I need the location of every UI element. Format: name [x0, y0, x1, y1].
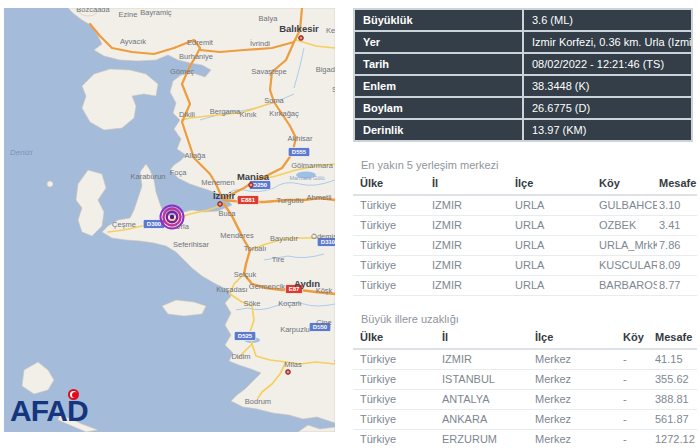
map-label: Seferihisar [173, 240, 209, 249]
detail-value: 13.97 (KM) [523, 119, 692, 141]
detail-value: 26.6775 (D) [523, 97, 692, 119]
map-label: Menemen [201, 178, 234, 187]
column-header: Mesafe [653, 327, 697, 349]
map-label: Balıkesir [279, 23, 319, 34]
map-label: Urla [175, 222, 190, 231]
city-marker-icon [218, 202, 223, 207]
map-label: Bozcaada [76, 8, 110, 14]
map-label: Marmara Gölü [289, 175, 324, 181]
map-label: Balya [259, 14, 279, 23]
map-label: Gölmarmara [291, 161, 334, 170]
city-marker-icon [286, 370, 291, 375]
map-label: İzmir [213, 190, 235, 201]
map-label: Gömeç [170, 67, 194, 76]
afad-logo: AFAD [10, 396, 88, 426]
map-label: Kepsut [326, 26, 335, 35]
detail-label: Derinlik [354, 119, 523, 141]
map-label: Buca [218, 209, 236, 218]
table-row: TürkiyeERZURUMMerkez-1272.12 [353, 430, 697, 448]
table-row: TürkiyeIZMIRURLAKUSCULAR8.09 [353, 256, 697, 276]
map-label: Edremit [187, 38, 214, 47]
map-label: Ezine [119, 10, 138, 19]
map-label: Karpuzlu [280, 325, 310, 334]
map-label: Karaburun [130, 172, 165, 181]
map-label: Yata [334, 358, 335, 367]
column-header: Ülke [353, 327, 440, 349]
major-cities-table: ÜlkeİlİlçeKöyMesafe TürkiyeIZMIRMerkez-4… [353, 327, 697, 448]
map-label: Bodrum [245, 397, 271, 406]
table-row: TürkiyeANTALYAMerkez-388.81 [353, 390, 697, 410]
svg-text:E881: E881 [241, 197, 256, 203]
road-shield-d555: D555 [288, 148, 310, 157]
map-label: Ayvacık [120, 37, 146, 46]
table-row: TürkiyeIZMIRURLAURLA_MrkKöy7.86 [353, 236, 697, 256]
map-label: Bergama [210, 107, 241, 116]
map-label: Kırkağaç [269, 109, 299, 118]
map-label: Soma [264, 96, 284, 105]
map-label: Selçuk [234, 270, 257, 279]
map-label: Köşk [316, 286, 333, 295]
cities-section-title: Büyük illere uzaklığı [361, 313, 697, 325]
detail-row: YerIzmir Korfezi, 0.36 km. Urla (Izmir) [354, 31, 692, 53]
earthquake-map[interactable]: D555D250E881D300D310E87D550D525 Bozcaada… [4, 8, 335, 432]
map-label: Koçarlı [278, 299, 301, 308]
map-svg: D555D250E881D300D310E87D550D525 Bozcaada… [4, 8, 335, 432]
svg-text:D555: D555 [292, 149, 307, 155]
map-label: Denizi [10, 148, 32, 157]
column-header: İl [440, 327, 533, 349]
column-header: Mesafe [657, 173, 697, 195]
table-row: TürkiyeIZMIRURLAGULBAHCE3.10 [353, 195, 697, 216]
map-label: Aliağa [185, 151, 207, 160]
city-marker-icon [249, 183, 254, 188]
city-marker-icon [299, 36, 304, 41]
map-label: Sındırgı [332, 85, 335, 94]
road-shield-e881: E881 [237, 196, 259, 205]
map-label: Çeşme [112, 220, 136, 229]
islet [47, 181, 53, 187]
table-row: TürkiyeISTANBULMerkez-355.62 [353, 370, 697, 390]
map-label: Kınık [239, 110, 256, 119]
detail-value: 08/02/2022 - 12:21:46 (TS) [523, 53, 692, 75]
map-label: Milas [284, 360, 302, 369]
road-shield-d525: D525 [234, 332, 256, 341]
column-header: Köy [597, 173, 657, 195]
detail-label: Enlem [354, 75, 523, 97]
map-label: Burhaniye [179, 52, 213, 61]
map-label: Bayındır [270, 234, 298, 243]
svg-text:D525: D525 [238, 333, 253, 339]
map-label: Torbalı [244, 244, 267, 253]
detail-label: Boylam [354, 97, 523, 119]
map-label: Manisa [237, 171, 270, 182]
detail-row: Derinlik13.97 (KM) [354, 119, 692, 141]
map-label: Çine [316, 318, 331, 327]
map-label: Akhisar [287, 134, 313, 143]
detail-row: Enlem38.3448 (K) [354, 75, 692, 97]
map-label: Menderes [220, 231, 254, 240]
map-label: Ahmetli [306, 193, 331, 202]
detail-label: Büyüklük [354, 9, 523, 31]
map-label: Savaştepe [251, 67, 286, 76]
table-row: TürkiyeIZMIRMerkez-41.15 [353, 349, 697, 370]
map-label: Dikili [179, 110, 195, 119]
column-header: Ülke [353, 173, 430, 195]
detail-row: Tarih08/02/2022 - 12:21:46 (TS) [354, 53, 692, 75]
map-label: Germencik [249, 282, 286, 291]
nearest-section-title: En yakın 5 yerleşim merkezi [361, 159, 697, 171]
detail-value: Izmir Korfezi, 0.36 km. Urla (Izmir) [523, 31, 692, 53]
svg-text:D250: D250 [253, 182, 268, 188]
earthquake-info-panel: Büyüklük3.6 (ML)YerIzmir Korfezi, 0.36 k… [353, 8, 697, 448]
svg-text:D300: D300 [147, 221, 162, 227]
column-header: İlçe [533, 327, 621, 349]
map-label: Foça [170, 168, 188, 177]
map-label: İvrindi [250, 39, 270, 48]
nearest-settlements-table: ÜlkeİlİlçeKöyMesafe TürkiyeIZMIRURLAGULB… [353, 173, 697, 296]
map-label: Bigadiç [316, 65, 335, 74]
map-label: Kuşadası [216, 285, 247, 294]
map-label: Ödemiş [311, 232, 335, 241]
turkish-flag-icon [68, 389, 79, 400]
table-row: TürkiyeANKARAMerkez-561.87 [353, 410, 697, 430]
detail-label: Tarih [354, 53, 523, 75]
map-label: Söke [243, 299, 260, 308]
map-label: Didim [231, 352, 250, 361]
detail-value: 38.3448 (K) [523, 75, 692, 97]
